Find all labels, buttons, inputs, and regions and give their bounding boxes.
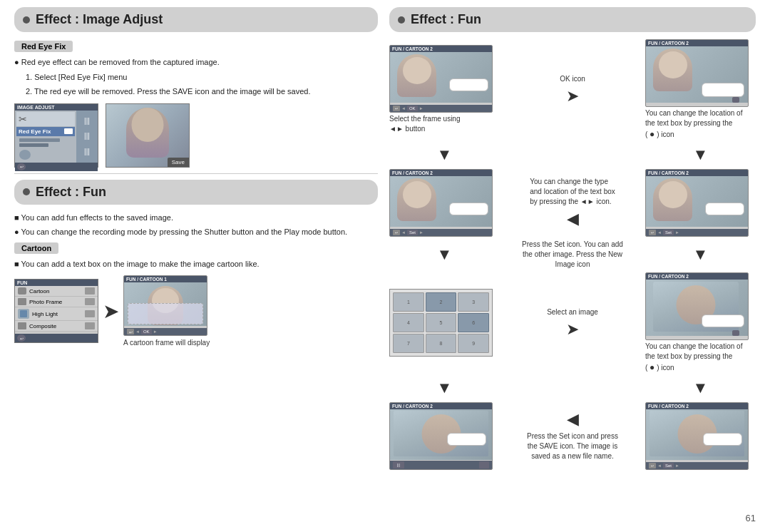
fun-screen-6-footer: ||| xyxy=(390,461,492,469)
down-arrow-5: ▼ xyxy=(389,379,500,397)
fun-screen-2-header: FUN / CARTOON 2 xyxy=(646,40,748,46)
fun-screen-4-footer: ↩ ◄ Set ► xyxy=(646,229,748,236)
section-header-image-adjust: Effect : Image Adjust xyxy=(14,7,378,32)
image-grid: 1 2 3 4 5 6 7 8 9 xyxy=(389,289,493,357)
fun-screen-7-body xyxy=(646,409,748,460)
grid-cell-4: 4 xyxy=(393,313,424,332)
fun-screen-header: FUN xyxy=(15,280,98,286)
grid-cell-6: 6 xyxy=(458,313,489,332)
fun-screen-3-body xyxy=(390,176,492,227)
down-arrow-6: ▼ xyxy=(645,379,756,397)
red-eye-step2: 2. The red eye will be removed. Press th… xyxy=(14,86,378,98)
cartoon-frame-area: FUN / CARTOON 1 ↩ ◄ O xyxy=(123,275,210,347)
fun-bullet1: You can add fun effects to the saved ima… xyxy=(14,212,378,224)
grid-cell-3: 3 xyxy=(458,292,489,312)
header-dot xyxy=(23,16,30,24)
down-arrow-4: ▼ xyxy=(645,245,756,264)
save-bar: Save xyxy=(168,158,189,167)
sublabel-red-eye-fix: Red Eye Fix xyxy=(14,41,73,52)
image-adjust-screen: IMAGE ADJUST ✂ Red Eye Fix xyxy=(14,103,98,168)
cartoon-frame-screen-header: FUN / CARTOON 1 xyxy=(124,276,207,282)
fun-screen-5-header: FUN / CARTOON 2 xyxy=(646,273,748,280)
fun-screen-7-footer: ↩ ◄ Set ► xyxy=(646,462,748,469)
fun-screen-6-body xyxy=(390,409,492,460)
section-header-fun-left: Effect : Fun xyxy=(14,180,378,205)
grid-cell-2: 2 xyxy=(426,292,457,312)
red-eye-screens-row: IMAGE ADJUST ✂ Red Eye Fix xyxy=(14,103,378,168)
cartoon-frame-footer: ↩ ◄ OK ► xyxy=(124,328,207,335)
caption-change-type: You can change the typeand location of t… xyxy=(530,177,615,207)
fun-screen-2: FUN / CARTOON 2 xyxy=(645,39,749,107)
fun-screen-1-footer: ↩ ◄ OK ► xyxy=(390,105,492,112)
fun-screen-4-body xyxy=(646,176,748,227)
fun-screen-4: FUN / CARTOON 2 ↩ ◄ Set ► xyxy=(645,169,749,237)
ia-menu-row1: ✂ xyxy=(16,112,75,126)
cartoon-frame-label: A cartoon frame will display xyxy=(123,339,210,347)
caption-select-image: Select an image xyxy=(547,307,598,317)
caption-change-location2: You can change the location ofthe text b… xyxy=(645,342,742,374)
caption-ok-icon: OK icon xyxy=(560,74,585,84)
fun-screen-6: FUN / CARTOON 2 ||| xyxy=(389,402,493,470)
section-image-adjust: Effect : Image Adjust Red Eye Fix Red ey… xyxy=(14,7,378,168)
arrow-left-1: ◀ xyxy=(567,210,579,228)
header-dot3 xyxy=(398,16,405,24)
red-eye-bullet1: Red eye effect can be removed from the c… xyxy=(14,56,378,68)
down-arrow-1: ▼ xyxy=(389,145,500,164)
redeye-result-screen: Save xyxy=(106,103,190,168)
fun-screen-4-header: FUN / CARTOON 2 xyxy=(646,170,748,176)
fun-screen-7: FUN / CARTOON 2 ↩ ◄ Set ► xyxy=(645,402,749,470)
fun-screen-5-body xyxy=(646,280,748,336)
arrow1: ➤ xyxy=(566,87,579,106)
fun-screen-1: FUN / CARTOON 2 ↩ ◄ OK ► xyxy=(389,45,493,113)
fun-screen-3-footer: ↩ ◄ Set ► xyxy=(390,229,492,236)
grid-cell-8: 8 xyxy=(426,334,457,353)
fun-row-photoframe: Photo Frame xyxy=(15,297,98,307)
red-eye-step1: 1. Select [Red Eye Fix] menu xyxy=(14,71,378,83)
arrow-left-2: ◀ xyxy=(567,410,579,429)
fun-row-cartoon: Cartoon xyxy=(15,286,98,297)
fun-menu-screen: FUN Cartoon Photo Frame xyxy=(14,279,98,343)
caption-select-frame: Select the frame using◄► button xyxy=(389,114,461,134)
fun-screen-2-body xyxy=(646,46,748,103)
right-column: Effect : Fun FUN / CARTOON 2 xyxy=(389,7,756,525)
page-number: 61 xyxy=(746,513,756,523)
grid-cell-7: 7 xyxy=(393,334,424,353)
fun-screen-1-header: FUN / CARTOON 2 xyxy=(390,46,492,52)
sublabel-cartoon: Cartoon xyxy=(14,242,58,254)
fun-screen-6-header: FUN / CARTOON 2 xyxy=(390,403,492,409)
arrow2: ➤ xyxy=(566,320,579,339)
caption-press-set: Press the Set icon. You can addthe other… xyxy=(522,240,623,270)
fun-bullet2: You can change the recording mode by pre… xyxy=(14,226,378,238)
cartoon-frame-screen-body xyxy=(124,282,207,326)
fun-screen-7-header: FUN / CARTOON 2 xyxy=(646,403,748,409)
grid-cell-1: 1 xyxy=(393,292,424,312)
fun-screen-3-header: FUN / CARTOON 2 xyxy=(390,170,492,176)
down-arrow-3: ▼ xyxy=(389,245,500,264)
ia-menu-red-eye: Red Eye Fix xyxy=(16,127,75,136)
down-arrow-2: ▼ xyxy=(645,145,756,164)
section-title-image-adjust: Effect : Image Adjust xyxy=(36,12,163,27)
section-header-fun-right: Effect : Fun xyxy=(389,7,756,32)
cartoon-frame-screen: FUN / CARTOON 1 ↩ ◄ O xyxy=(123,275,207,336)
ia-screen-header: IMAGE ADJUST xyxy=(15,104,98,111)
section-fun-left: Effect : Fun You can add fun effects to … xyxy=(14,180,378,321)
cartoon-arrow: ➤ xyxy=(103,300,119,323)
cartoon-bullet: You can add a text box on the image to m… xyxy=(14,258,378,270)
caption-press-set-save: Press the Set icon and pressthe SAVE ico… xyxy=(527,431,618,461)
fun-row-composite: Composite xyxy=(15,321,98,332)
section-divider xyxy=(14,173,378,174)
header-dot2 xyxy=(23,188,30,195)
grid-cell-9: 9 xyxy=(458,334,489,353)
fun-screen-3: FUN / CARTOON 2 ↩ ◄ Set ► xyxy=(389,169,493,237)
caption-change-location: You can change the location ofthe text b… xyxy=(645,108,742,140)
fun-screen-1-body xyxy=(390,52,492,103)
fun-screen-5: FUN / CARTOON 2 xyxy=(645,272,749,340)
grid-cell-5: 5 xyxy=(426,313,457,332)
section-title-fun-right: Effect : Fun xyxy=(411,12,481,27)
fun-row-highlight: High Light xyxy=(15,307,98,321)
section-title-fun-left: Effect : Fun xyxy=(36,185,106,200)
